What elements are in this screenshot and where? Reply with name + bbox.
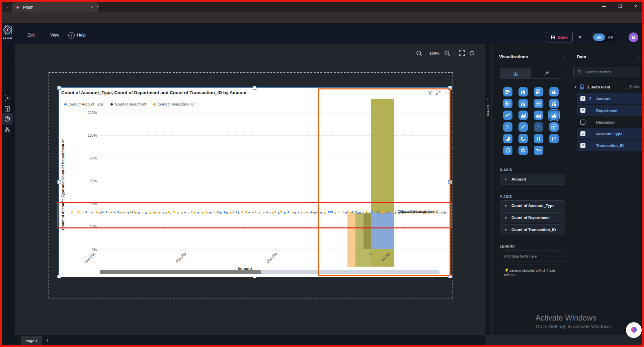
resize-handle-s[interactable] <box>253 275 256 278</box>
y-axis-field-count-transaction-id[interactable]: ▼Count of Transaction_ID <box>500 224 565 235</box>
chevron-down-icon[interactable]: ▼ <box>504 216 507 220</box>
zoom-in-icon[interactable] <box>444 50 451 57</box>
data-panel: Data › Search columns... ▼ 1. Auto Field… <box>569 44 644 335</box>
y-axis-field-count-account-type[interactable]: ▼Count of Account_Type <box>500 200 565 211</box>
brain-icon <box>630 326 638 335</box>
tab-smart-suggestions[interactable] <box>531 68 562 78</box>
theme-toggle-icon[interactable]: ☀ <box>578 34 582 40</box>
resize-handle-sw[interactable] <box>57 275 61 278</box>
menu-edit[interactable]: Edit <box>27 33 35 38</box>
x-axis-section-label: X-AXIS <box>500 168 512 172</box>
menu-help[interactable]: Help <box>77 33 86 38</box>
checkbox-checked-icon[interactable]: ✓ <box>580 108 585 113</box>
menu-view[interactable]: View <box>50 33 59 38</box>
gauge-icon[interactable] <box>503 146 512 155</box>
resize-handle-w[interactable] <box>57 180 61 184</box>
assistant-floating-button[interactable] <box>626 322 642 338</box>
y-axis-field-count-department[interactable]: ▼Count of Department <box>500 212 565 223</box>
scatter-plot-icon[interactable] <box>503 122 512 132</box>
field-row-account-type[interactable]: ✓ΣAccount_Type <box>577 128 643 139</box>
bar-horizontal-grouped-icon[interactable] <box>534 87 543 96</box>
donut-chart-icon[interactable] <box>518 134 528 143</box>
area-filled-icon[interactable] <box>549 111 559 120</box>
resize-handle-n[interactable] <box>253 86 256 90</box>
collapse-data-icon[interactable]: › <box>638 54 640 59</box>
magic-wand-icon <box>544 71 549 76</box>
dashboard-layout-icon[interactable] <box>4 106 10 112</box>
chevron-down-icon[interactable]: ▼ <box>504 204 507 208</box>
left-sidebar <box>0 44 15 347</box>
filters-label: Filters <box>486 105 490 116</box>
bar-vertical-icon[interactable] <box>518 87 528 96</box>
bar-vertical-grouped-icon[interactable] <box>549 87 559 96</box>
bar-horizontal-stacked-icon[interactable] <box>503 99 512 108</box>
y-tick: 60% <box>72 179 97 183</box>
sankey-icon[interactable] <box>534 146 543 155</box>
prism-logo[interactable]: PRISM <box>2 25 13 44</box>
search-columns-input[interactable]: Search columns... <box>573 67 639 77</box>
tab-chart-types[interactable] <box>500 68 531 78</box>
chevron-down-icon[interactable]: ▼ <box>504 178 507 181</box>
language-toggle[interactable]: EN AR <box>592 32 619 42</box>
radar-icon[interactable] <box>518 146 528 155</box>
tab-search-icon[interactable]: ⌄ <box>3 3 11 10</box>
bar-vertical-line-combo-icon[interactable] <box>549 99 559 108</box>
dataset-tree-row[interactable]: ▼ 1. Auto Field (5 cols) <box>574 84 640 89</box>
chevron-down-icon[interactable]: ▼ <box>574 85 577 89</box>
field-row-department[interactable]: ✓ΣDepartment <box>577 105 643 116</box>
pie-chart-icon[interactable] <box>503 134 512 143</box>
line-chart-icon[interactable] <box>503 111 512 120</box>
collapse-visualizations-icon[interactable]: › <box>563 54 565 59</box>
window-close-icon[interactable]: ✕ <box>631 3 641 10</box>
scatter-faded-icon[interactable] <box>534 122 543 132</box>
checkbox-checked-icon[interactable]: ✓ <box>580 143 585 148</box>
scatter-trend-icon[interactable] <box>518 122 528 132</box>
zoom-out-icon[interactable] <box>416 50 422 57</box>
checkbox-unchecked-icon[interactable] <box>580 120 585 125</box>
bar-horizontal-icon[interactable] <box>503 87 512 96</box>
lang-ar-button[interactable]: AR <box>605 33 616 41</box>
area-peaks-icon[interactable] <box>518 111 528 120</box>
area-filled-dark-icon[interactable] <box>534 111 543 120</box>
lang-en-button[interactable]: EN <box>593 33 605 41</box>
tab-close-icon[interactable]: × <box>90 5 95 10</box>
field-row-description[interactable]: ΣDescription <box>577 117 643 128</box>
window-restore-icon[interactable]: ❐ <box>615 3 625 10</box>
page-tab-1[interactable]: Page 1 <box>21 336 42 346</box>
add-page-icon[interactable]: + <box>46 337 49 344</box>
table-matrix-icon[interactable] <box>549 122 559 132</box>
collapse-panel-icon[interactable] <box>4 95 10 101</box>
candlestick-icon[interactable] <box>534 134 543 143</box>
save-button[interactable]: Save <box>546 32 573 43</box>
fit-screen-icon[interactable] <box>459 50 465 56</box>
candlestick-grouped-icon[interactable] <box>549 134 559 143</box>
flow-model-icon[interactable] <box>4 127 10 133</box>
bulb-icon: 💡 <box>504 268 508 272</box>
resize-handle-nw[interactable] <box>57 86 61 90</box>
bar-horizontal-100-icon[interactable] <box>534 99 543 108</box>
x-axis-field-amount[interactable]: ▼Amount <box>500 174 565 185</box>
legend-drop-zone[interactable]: Add data fields here <box>500 251 565 262</box>
chevron-down-icon[interactable]: ▼ <box>504 228 507 232</box>
bar-vertical-stacked-icon[interactable] <box>518 99 528 108</box>
legend-dot-account-type <box>64 103 67 106</box>
user-avatar[interactable]: M <box>629 32 638 42</box>
legend-dot-transaction-id <box>153 103 156 106</box>
field-row-amount[interactable]: ✓ΣAmount <box>577 93 643 104</box>
visualizations-panel: Visualizations › X-AXIS ▼Amount Y-AXIS ▼… <box>491 44 569 335</box>
prism-favicon <box>15 5 20 10</box>
filters-collapsed-panel[interactable]: » Filters <box>485 44 492 335</box>
new-tab-icon[interactable]: + <box>96 3 99 9</box>
visualization-pie-icon[interactable] <box>4 116 10 122</box>
checkbox-checked-icon[interactable]: ✓ <box>580 96 585 101</box>
checkbox-checked-icon[interactable]: ✓ <box>580 131 585 136</box>
browser-tab[interactable]: Prism × <box>12 2 98 12</box>
chart-scrollbar-thumb[interactable] <box>100 270 261 274</box>
browser-toolbar: ← → ↻ prismbi.com.sa/home/analytics/visu… <box>0 12 644 23</box>
field-row-transaction-id[interactable]: ✓ΣTransaction_ID <box>577 140 643 151</box>
expand-filters-icon[interactable]: » <box>486 97 488 101</box>
help-icon[interactable]: ? <box>68 32 75 39</box>
chart-title: Count of Account_Type, Count of Departme… <box>61 90 247 95</box>
reset-view-icon[interactable] <box>469 50 475 56</box>
window-minimize-icon[interactable]: — <box>599 3 609 10</box>
